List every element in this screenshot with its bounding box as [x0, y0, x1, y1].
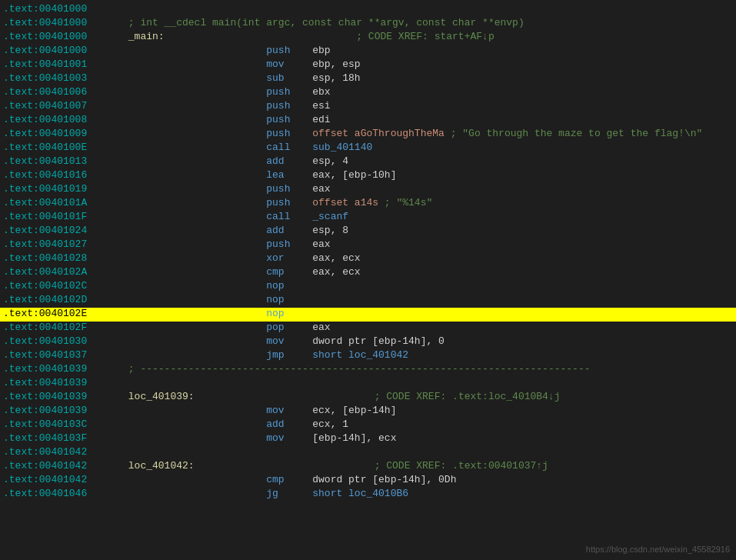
code-line: .text:0040102E nop [0, 308, 736, 322]
address: .text:00401003 [3, 72, 122, 84]
code-line: .text:00401008 pushedi [0, 114, 736, 128]
code-line: .text:00401027 pusheax [0, 238, 736, 252]
code-line: .text:00401028 xoreax, ecx [0, 252, 736, 266]
watermark: https://blog.csdn.net/weixin_45582916 [586, 545, 730, 554]
label: loc_401039: [122, 391, 195, 402]
code-line: .text:00401003 subesp, 18h [0, 72, 736, 86]
code-line: .text:00401046 jgshort loc_4010B6 [0, 488, 736, 502]
address: .text:00401000 [3, 45, 122, 56]
mnemonic: add [266, 418, 312, 430]
mnemonic: cmp [266, 474, 312, 485]
call-target[interactable]: short loc_401042 [312, 349, 408, 361]
code-line: .text:00401042 [0, 446, 736, 460]
code-line: .text:00401039 [0, 377, 736, 391]
code-line: .text:0040100E callsub_401140 [0, 142, 736, 155]
call-target[interactable]: sub_401140 [312, 142, 372, 153]
operand: eax [312, 238, 330, 250]
mnemonic: push [266, 100, 312, 112]
operand: eax, ecx [312, 266, 360, 278]
code-line: .text:00401000 [0, 3, 736, 17]
code-line: .text:00401016 leaeax, [ebp-10h] [0, 169, 736, 183]
operand: eax, ecx [312, 252, 360, 264]
address: .text:0040103F [3, 432, 122, 444]
separator: ; --------------------------------------… [122, 363, 591, 375]
code-line: .text:00401037 jmpshort loc_401042 [0, 349, 736, 363]
address: .text:00401001 [3, 58, 122, 70]
mnemonic: mov [266, 58, 312, 70]
code-line: .text:0040101A pushoffset a14s ; "%14s" [0, 197, 736, 211]
address: .text:00401016 [3, 169, 122, 181]
address: .text:00401007 [3, 100, 122, 112]
mnemonic: pop [266, 322, 312, 333]
code-line: .text:00401001 movebp, esp [0, 58, 736, 72]
address: .text:00401027 [3, 238, 122, 250]
operand: ebx [312, 86, 330, 98]
address: .text:00401042 [3, 474, 122, 485]
address: .text:00401037 [3, 349, 122, 361]
code-line: .text:0040103F mov[ebp-14h], ecx [0, 432, 736, 446]
address: .text:00401000 [3, 17, 122, 28]
mnemonic: mov [266, 335, 312, 347]
code-line: .text:00401039 movecx, [ebp-14h] [0, 405, 736, 418]
code-line: .text:0040102F popeax [0, 322, 736, 335]
code-line: .text:00401000 ; int __cdecl main(int ar… [0, 17, 736, 31]
code-line: .text:0040102D nop [0, 294, 736, 308]
address: .text:0040103C [3, 418, 122, 430]
mnemonic: xor [266, 252, 312, 264]
label: loc_401042: [122, 460, 195, 472]
address: .text:0040102F [3, 322, 122, 333]
code-line: .text:0040102A cmpeax, ecx [0, 266, 736, 280]
inline-comment: ; "%14s" [378, 197, 432, 208]
code-line: .text:00401000 pushebp [0, 45, 736, 58]
address: .text:00401028 [3, 252, 122, 264]
address: .text:00401042 [3, 446, 122, 458]
operand: dword ptr [ebp-14h], 0Dh [312, 474, 456, 485]
address: .text:0040102A [3, 266, 122, 278]
mnemonic: call [266, 211, 312, 222]
address: .text:00401008 [3, 114, 122, 125]
mnemonic: push [266, 45, 312, 56]
address: .text:0040100E [3, 142, 122, 153]
code-line: .text:00401013 addesp, 4 [0, 155, 736, 169]
xref-comment: ; CODE XREF: start+AF↓p [165, 31, 495, 42]
operand-string: offset a14s [312, 197, 378, 208]
address: .text:0040101F [3, 211, 122, 222]
xref-comment: ; CODE XREF: .text:loc_4010B4↓j [195, 391, 561, 402]
mnemonic: lea [266, 169, 312, 181]
address: .text:00401009 [3, 128, 122, 139]
mnemonic: push [266, 86, 312, 98]
label: _main: [122, 31, 165, 42]
address: .text:0040102D [3, 294, 122, 305]
address: .text:00401039 [3, 405, 122, 416]
mnemonic: push [266, 238, 312, 250]
address: .text:00401013 [3, 155, 122, 167]
code-line: .text:0040103C addecx, 1 [0, 418, 736, 432]
mnemonic: nop [266, 308, 312, 319]
code-line: .text:00401030 movdword ptr [ebp-14h], 0 [0, 335, 736, 349]
code-line: .text:00401000 _main: ; CODE XREF: start… [0, 31, 736, 45]
code-line: .text:00401006 pushebx [0, 86, 736, 100]
mnemonic: push [266, 183, 312, 195]
mnemonic: sub [266, 72, 312, 84]
call-target[interactable]: short loc_4010B6 [312, 488, 408, 499]
comment: ; int __cdecl main(int argc, const char … [122, 17, 525, 28]
mnemonic: mov [266, 432, 312, 444]
inline-comment: ; "Go through the maze to get the flag!\… [445, 128, 702, 139]
code-line: .text:00401042 cmpdword ptr [ebp-14h], 0… [0, 474, 736, 488]
code-line: .text:00401007 pushesi [0, 100, 736, 114]
operand: ebp, esp [312, 58, 360, 70]
code-line: .text:00401009 pushoffset aGoThroughTheM… [0, 128, 736, 142]
call-target[interactable]: _scanf [312, 211, 348, 222]
address: .text:00401019 [3, 183, 122, 195]
address: .text:00401039 [3, 363, 122, 375]
address: .text:0040101A [3, 197, 122, 208]
code-line: .text:0040102C nop [0, 280, 736, 294]
mnemonic: jmp [266, 349, 312, 361]
operand: edi [312, 114, 330, 125]
operand: ecx, 1 [312, 418, 348, 430]
address: .text:00401000 [3, 31, 122, 42]
xref-comment: ; CODE XREF: .text:00401037↑j [195, 460, 548, 472]
address: .text:00401042 [3, 460, 122, 472]
address: .text:0040102C [3, 280, 122, 292]
code-line: .text:00401024 addesp, 8 [0, 225, 736, 238]
